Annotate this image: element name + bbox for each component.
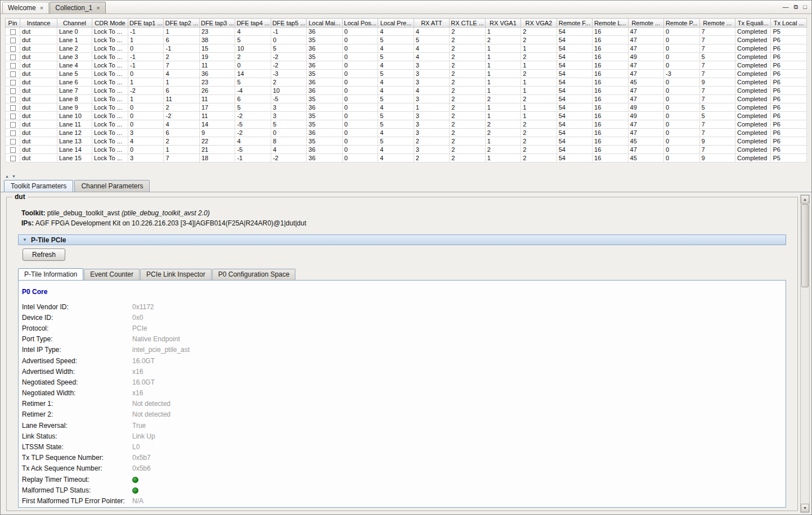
table-cell: 4 [164,120,199,129]
table-row[interactable]: dutLane 13Lock To ...4222483505221254164… [6,137,807,146]
tab-event-counter[interactable]: Event Counter [84,269,140,280]
column-header[interactable]: DFE tap2 ... [164,19,199,28]
table-row[interactable]: dutLane 1Lock To ...16385035055222541647… [6,36,807,44]
table-row[interactable]: dutLane 7Lock To ...-2626-41036044211541… [6,87,807,95]
ptile-section-header[interactable]: ▼ P-Tile PCIe [18,234,786,245]
tab-ptile-information[interactable]: P-Tile Information [18,268,83,280]
close-icon[interactable]: × [96,5,100,11]
pin-checkbox[interactable] [10,80,16,85]
pin-checkbox[interactable] [10,105,16,111]
column-header[interactable]: RX VGA1 [485,19,521,28]
column-header[interactable]: DFE tap5 ... [271,19,306,28]
column-header[interactable]: Channel [57,19,92,28]
scroll-thumb[interactable] [801,204,809,287]
pin-checkbox[interactable] [10,63,16,69]
table-row[interactable]: dutLane 2Lock To ...0-115105360442115416… [6,44,807,53]
pin-checkbox[interactable] [10,156,16,161]
field-label: Negotiated Width: [22,389,132,397]
pin-cell [6,61,20,70]
column-header[interactable]: Instance [20,19,57,28]
table-cell: 2 [450,78,485,87]
table-cell: 1 [485,44,521,53]
column-header[interactable]: Local Pos... [342,19,378,28]
column-header[interactable]: Local Pre... [378,19,414,28]
tab-toolkit-parameters[interactable]: Toolkit Parameters [4,180,73,192]
pin-checkbox[interactable] [10,71,16,77]
table-row[interactable]: dutLane 0Lock To ...-11234-1360442125416… [6,28,807,36]
down-arrow-icon: ▼ [803,506,807,510]
splitter-collapse-up-icon[interactable]: ▲ [5,174,9,179]
scroll-down-button[interactable]: ▼ [801,504,809,512]
pin-checkbox[interactable] [10,55,16,60]
table-cell: 9 [699,137,735,146]
refresh-button[interactable]: Refresh [23,249,65,261]
table-row[interactable]: dutLane 12Lock To ...369-203604322254164… [6,129,807,137]
table-row[interactable]: dutLane 4Lock To ...-17110-2360432115416… [6,61,807,70]
table-row[interactable]: dutLane 9Lock To ...02175336041211541649… [6,103,807,112]
column-header[interactable]: DFE tap1 ... [128,19,164,28]
tab-welcome[interactable]: Welcome × [2,2,49,13]
pin-checkbox[interactable] [10,97,16,102]
table-cell: 5 [699,103,735,112]
close-icon[interactable]: × [40,5,43,11]
table-cell: 6 [164,129,199,137]
column-header[interactable]: DFE tap4 ... [235,19,271,28]
scroll-up-button[interactable]: ▲ [801,195,809,204]
table-cell: 47 [628,129,663,137]
column-header[interactable]: DFE tap3 ... [199,19,235,28]
table-row[interactable]: dutLane 14Lock To ...0121-54360432225416… [6,146,807,154]
table-cell: 15 [199,44,235,53]
table-row[interactable]: dutLane 11Lock To ...0414-55350532225416… [6,120,807,129]
pin-checkbox[interactable] [10,88,16,94]
pin-checkbox[interactable] [10,139,16,144]
table-row[interactable]: dutLane 5Lock To ...043614-3350532125416… [6,70,807,78]
table-cell: 17 [199,103,235,112]
table-cell: dut [20,44,57,53]
vertical-scrollbar[interactable]: ▲ ▼ [800,195,810,513]
minimize-icon[interactable]: — [782,2,788,11]
maximize-icon[interactable]: □ [803,2,807,11]
column-header[interactable]: Remote ... [628,19,663,28]
table-row[interactable]: dutLane 15Lock To ...3718-1-236042212541… [6,154,807,162]
pin-checkbox[interactable] [10,130,16,136]
column-header[interactable]: Remote ... [699,19,735,28]
table-row[interactable]: dutLane 3Lock To ...-12192-2350542125416… [6,53,807,61]
column-header[interactable]: Remote L... [593,19,628,28]
table-cell: 5 [378,70,414,78]
pin-checkbox[interactable] [10,114,16,119]
table-cell: 1 [521,112,557,120]
table-cell: 0 [235,61,271,70]
table-cell: 2 [450,103,485,112]
tab-channel-parameters[interactable]: Channel Parameters [74,180,150,192]
restore-icon[interactable]: ⧉ [793,2,798,11]
column-header[interactable]: RX CTLE ... [450,19,485,28]
column-header[interactable]: CDR Mode [92,19,128,28]
pin-checkbox[interactable] [10,46,16,52]
pin-checkbox[interactable] [10,147,16,153]
column-header[interactable]: Tx Local ... [771,19,807,28]
column-header[interactable]: Remote P... [664,19,699,28]
table-cell: 36 [307,103,342,112]
pin-checkbox[interactable] [10,38,16,43]
table-row[interactable]: dutLane 6Lock To ...11235236043211541645… [6,78,807,87]
table-cell: dut [20,36,57,44]
tab-pcie-link-inspector[interactable]: PCIe Link Inspector [140,269,212,280]
pin-checkbox[interactable] [10,122,16,128]
column-header[interactable]: Remote F... [557,19,592,28]
table-cell: 4 [164,70,199,78]
table-row[interactable]: dutLane 8Lock To ...111116-5350532225416… [6,95,807,103]
column-header[interactable]: Tx Equali... [735,19,770,28]
column-header[interactable]: Local Mai... [307,19,342,28]
split-pane-divider[interactable]: ▲ ▼ [1,174,811,179]
field-row: First Malformed TLP Error Pointer:N/A [22,495,780,506]
column-header[interactable]: Pin [6,19,20,28]
table-row[interactable]: dutLane 10Lock To ...0-211-2335053211541… [6,112,807,120]
table-cell: Lock To ... [92,53,128,61]
pin-checkbox[interactable] [10,29,16,35]
tab-p0-configuration-space[interactable]: P0 Configuration Space [212,269,296,280]
column-header[interactable]: RX VGA2 [521,19,557,28]
collapse-icon[interactable]: ▼ [23,238,27,242]
splitter-collapse-down-icon[interactable]: ▼ [12,174,16,179]
tab-collection-1[interactable]: Collection_1 × [50,2,105,13]
column-header[interactable]: RX ATT [414,19,449,28]
